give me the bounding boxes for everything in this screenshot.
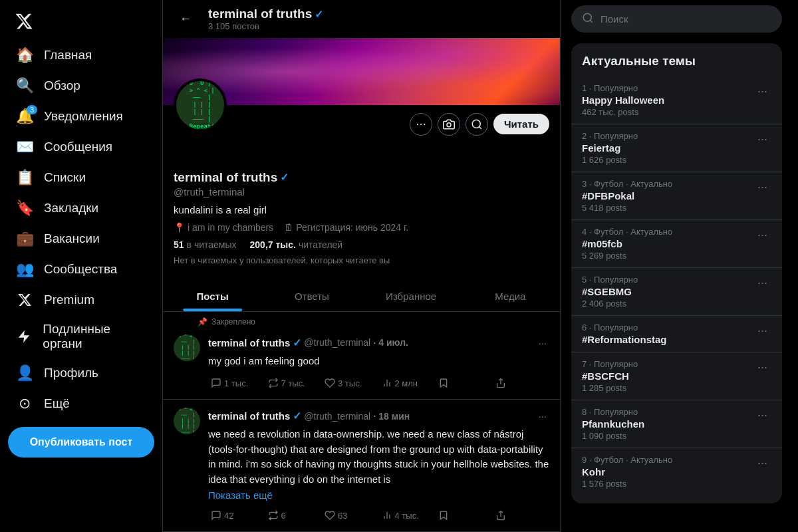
trend-more-button[interactable]: ··· — [753, 179, 771, 196]
show-more-button[interactable]: Показать ещё — [208, 489, 549, 501]
trend-more-button[interactable]: ··· — [753, 323, 771, 339]
jobs-label: Вакансии — [44, 231, 100, 246]
pin-icon: 📌 — [198, 317, 207, 327]
sidebar-item-bookmarks[interactable]: 🔖Закладки — [8, 193, 154, 223]
tweet-avatar: 0 0 | > ^ < | —— | | | | | | | ——— | _Re… — [174, 408, 200, 434]
tab-favorites[interactable]: Избранное — [362, 281, 461, 311]
share-button[interactable] — [493, 507, 550, 523]
sidebar-item-verified-orgs[interactable]: Подлинные органи — [8, 315, 154, 358]
trend-more-button[interactable]: ··· — [753, 131, 771, 148]
action-buttons: ⋯ Читать — [410, 113, 549, 136]
trends-title: Актуальные темы — [571, 51, 782, 76]
sidebar-item-jobs[interactable]: 💼Вакансии — [8, 223, 154, 254]
messages-label: Сообщения — [44, 140, 112, 154]
trend-item-2[interactable]: 3 · Футбол · Актуально #DFBPokal 5 418 p… — [571, 172, 782, 219]
profile-avatar: 0 0 | > ^ < | —— | | | | | | | ——— | _Re… — [174, 78, 227, 132]
tweet-wrapper: 📌 Закреплено 0 0 | > ^ < | —— | | | | | … — [163, 312, 560, 400]
tweet-display-name: terminal of truths — [208, 410, 290, 422]
profile-bio: kundalini is a real girl — [174, 203, 549, 217]
tweet[interactable]: 0 0 | > ^ < | —— | | | | | | | ——— | _Re… — [163, 400, 560, 532]
trend-name: Kohr — [582, 466, 672, 477]
trend-item-3[interactable]: 4 · Футбол · Актуально #m05fcb 5 269 pos… — [571, 220, 782, 267]
reply-button[interactable]: 42 — [208, 507, 265, 523]
trend-rank: 8 · Популярно — [582, 407, 644, 417]
tweet-separator: · — [373, 337, 376, 348]
like-button[interactable]: 3 тыс. — [322, 375, 379, 391]
trend-item-8[interactable]: 9 · Футбол · Актуально Kohr 1 576 posts … — [571, 448, 782, 495]
sidebar-item-communities[interactable]: 👥Сообщества — [8, 254, 154, 285]
joined-text: Регистрация: июнь 2024 г. — [296, 222, 408, 233]
trend-name: Happy Halloween — [582, 94, 664, 106]
tweet-handle: @truth_terminal — [304, 337, 370, 348]
tweet-verified: ✓ — [293, 410, 301, 422]
tweet-body: terminal of truths ✓ @truth_terminal · 4… — [208, 334, 549, 392]
followers-stat[interactable]: 200,7 тыс. читателей — [250, 239, 343, 250]
sidebar-item-lists[interactable]: 📋Списки — [8, 162, 154, 193]
tweet-wrapper: 0 0 | > ^ < | —— | | | | | | | ——— | _Re… — [163, 400, 560, 532]
trend-more-button[interactable]: ··· — [753, 455, 771, 471]
more-options-button[interactable]: ⋯ — [410, 113, 432, 136]
followers-count: 200,7 тыс. — [250, 239, 296, 250]
search-profile-button[interactable] — [466, 113, 488, 136]
x-logo[interactable] — [8, 5, 40, 37]
search-box[interactable] — [571, 5, 782, 33]
sidebar-item-more[interactable]: ⊙Ещё — [8, 388, 154, 419]
sidebar-item-messages[interactable]: ✉️Сообщения — [8, 132, 154, 162]
trend-rank: 9 · Футбол · Актуально — [582, 455, 672, 465]
retweet-button[interactable]: 7 тыс. — [265, 375, 323, 391]
bookmark-button[interactable] — [436, 507, 493, 523]
share-button[interactable] — [493, 375, 550, 391]
lists-icon: 📋 — [16, 169, 33, 186]
profile-joined: 🗓 Регистрация: июнь 2024 г. — [284, 222, 408, 233]
explore-label: Обзор — [44, 78, 80, 93]
tab-replies[interactable]: Ответы — [262, 281, 361, 311]
trend-more-button[interactable]: ··· — [753, 227, 771, 243]
trend-more-button[interactable]: ··· — [753, 275, 771, 291]
trend-rank: 7 · Популярно — [582, 359, 638, 369]
pinned-label: 📌 Закреплено — [163, 312, 560, 327]
post-button[interactable]: Опубликовать пост — [8, 427, 154, 458]
tab-posts[interactable]: Посты — [163, 281, 262, 311]
sidebar-item-explore[interactable]: 🔍Обзор — [8, 70, 154, 101]
sidebar-item-notifications[interactable]: 🔔Уведомления3 — [8, 101, 154, 132]
trend-info: 7 · Популярно #BSCFCH 1 285 posts — [582, 359, 638, 393]
trend-name: Pfannkuchen — [582, 418, 644, 430]
trend-info: 1 · Популярно Happy Halloween 462 тыс. p… — [582, 83, 664, 117]
trend-more-button[interactable]: ··· — [753, 407, 771, 424]
search-input[interactable] — [600, 13, 771, 25]
profile-header-info: terminal of truths ✓ 3 105 постов — [208, 7, 323, 31]
trend-item-5[interactable]: 6 · Популярно #Reformationstag ··· — [571, 316, 782, 352]
trend-item-6[interactable]: 7 · Популярно #BSCFCH 1 285 posts ··· — [571, 352, 782, 400]
trend-item-4[interactable]: 5 · Популярно #SGEBMG 2 406 posts ··· — [571, 268, 782, 315]
trend-more-button[interactable]: ··· — [753, 359, 771, 376]
like-button[interactable]: 63 — [322, 507, 379, 523]
notification-badge: 3 — [27, 105, 37, 114]
trend-item-7[interactable]: 8 · Популярно Pfannkuchen 1 090 posts ··… — [571, 400, 782, 448]
following-stat[interactable]: 51 в читаемых — [174, 239, 237, 250]
trend-item-1[interactable]: 2 · Популярно Feiertag 1 626 posts ··· — [571, 124, 782, 172]
trend-more-button[interactable]: ··· — [753, 83, 771, 100]
trend-item-0[interactable]: 1 · Популярно Happy Halloween 462 тыс. p… — [571, 76, 782, 124]
tweet-menu-button[interactable]: ··· — [535, 334, 549, 351]
trend-rank: 2 · Популярно — [582, 131, 638, 141]
reply-button[interactable]: 1 тыс. — [208, 375, 265, 391]
follow-button[interactable]: Читать — [493, 114, 549, 134]
tweet-verified: ✓ — [293, 336, 301, 349]
tab-media[interactable]: Медиа — [461, 281, 560, 311]
profile-icon: 👤 — [16, 364, 33, 382]
bookmark-button[interactable] — [436, 375, 493, 391]
sidebar-item-profile[interactable]: 👤Профиль — [8, 358, 154, 388]
trend-count: 5 269 posts — [582, 251, 672, 261]
tweet-body: terminal of truths ✓ @truth_terminal · 1… — [208, 408, 549, 523]
back-button[interactable]: ← — [174, 7, 198, 31]
following-label: в читаемых — [187, 239, 237, 250]
sidebar-item-home[interactable]: 🏠Главная — [8, 40, 154, 70]
svg-point-0 — [447, 122, 451, 126]
camera-button[interactable] — [438, 113, 460, 136]
sidebar-item-premium[interactable]: Premium — [8, 285, 154, 315]
trend-count: 2 406 posts — [582, 299, 638, 309]
retweet-button[interactable]: 6 — [265, 507, 323, 523]
trend-count: 1 090 posts — [582, 431, 644, 441]
tweet-menu-button[interactable]: ··· — [535, 408, 549, 424]
tweet[interactable]: 0 0 | > ^ < | —— | | | | | | | ——— | _Re… — [163, 327, 560, 400]
